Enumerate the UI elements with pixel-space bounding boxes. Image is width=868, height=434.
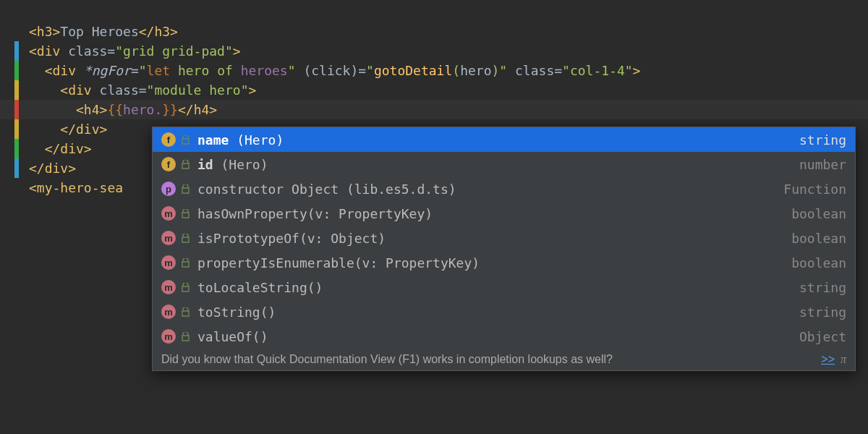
gutter-change-marker: [14, 158, 19, 178]
gutter-change-marker: [14, 80, 19, 100]
completion-item[interactable]: mhasOwnProperty(v: PropertyKey)boolean: [153, 201, 855, 226]
code-line: <div class="grid grid-pad">: [0, 41, 868, 61]
code-text: <my-hero-sea: [29, 180, 123, 195]
code-text: </div>: [29, 141, 92, 156]
code-line: <h3>Top Heroes</h3>: [0, 22, 868, 41]
code-text: <div class="module hero">: [29, 82, 256, 98]
completion-label: constructor Object (lib.es5.d.ts): [197, 182, 456, 197]
lock-icon: [180, 282, 190, 292]
completion-type: Function: [783, 182, 846, 197]
lock-icon: [180, 331, 190, 341]
lock-icon: [180, 159, 190, 169]
code-text: <h3>Top Heroes</h3>: [29, 24, 178, 39]
gutter-change-marker: [14, 41, 19, 61]
code-line: <div class="module hero">: [0, 80, 868, 100]
completion-type: boolean: [791, 255, 846, 271]
completion-label: isPrototypeOf(v: Object): [197, 231, 386, 246]
completion-type: boolean: [791, 231, 846, 246]
gutter-change-marker: [14, 61, 19, 80]
method-badge-icon: m: [161, 305, 176, 319]
completion-item[interactable]: fname (Hero)string: [153, 127, 855, 152]
completion-label: toLocaleString(): [197, 280, 323, 295]
completion-type: string: [799, 280, 846, 295]
gutter-change-marker: [14, 119, 19, 139]
completion-label: toString(): [197, 305, 276, 320]
completion-item[interactable]: misPrototypeOf(v: Object)boolean: [153, 226, 855, 250]
completion-item[interactable]: mtoLocaleString()string: [153, 275, 855, 299]
completion-item[interactable]: fid (Hero)number: [153, 152, 855, 176]
code-line: <div *ngFor="let hero of heroes" (click)…: [0, 61, 868, 80]
code-text: <h4>{{hero.}}</h4>: [29, 102, 217, 117]
code-text: </div>: [29, 161, 76, 176]
field-badge-icon: f: [161, 132, 176, 147]
completion-type: boolean: [791, 206, 846, 221]
code-text: <div *ngFor="let hero of heroes" (click)…: [29, 63, 640, 78]
lock-icon: [180, 184, 190, 194]
gutter-change-marker: [14, 139, 19, 158]
completion-item[interactable]: mpropertyIsEnumerable(v: PropertyKey)boo…: [153, 250, 855, 275]
lock-icon: [180, 135, 190, 145]
completion-label: valueOf(): [197, 329, 268, 344]
method-badge-icon: m: [161, 231, 176, 245]
completion-item[interactable]: mtoString()string: [153, 299, 855, 324]
completion-popup: fname (Hero)stringfid (Hero)numberpconst…: [152, 127, 856, 371]
code-line-active: <h4>{{hero.}}</h4>: [0, 100, 868, 119]
pi-icon[interactable]: π: [841, 353, 846, 366]
gutter: [14, 22, 19, 41]
method-badge-icon: m: [161, 329, 176, 344]
lock-icon: [180, 258, 190, 268]
gutter: [14, 178, 19, 197]
completion-label: name (Hero): [197, 132, 284, 148]
completion-type: string: [799, 305, 846, 320]
lock-icon: [180, 233, 190, 243]
popup-tip-link[interactable]: >>: [821, 353, 835, 366]
method-badge-icon: m: [161, 255, 176, 270]
completion-label: id (Hero): [197, 157, 268, 172]
code-text: </div>: [29, 122, 107, 137]
completion-item[interactable]: pconstructor Object (lib.es5.d.ts)Functi…: [153, 176, 855, 201]
completion-type: string: [799, 132, 846, 148]
field-badge-icon: f: [161, 157, 176, 171]
lock-icon: [180, 307, 190, 317]
property-badge-icon: p: [161, 182, 176, 196]
method-badge-icon: m: [161, 280, 176, 294]
method-badge-icon: m: [161, 206, 176, 221]
popup-tip-text: Did you know that Quick Documentation Vi…: [161, 353, 613, 366]
gutter-change-marker: [14, 100, 19, 119]
code-text: <div class="grid grid-pad">: [29, 43, 241, 59]
completion-label: propertyIsEnumerable(v: PropertyKey): [197, 255, 480, 271]
completion-label: hasOwnProperty(v: PropertyKey): [197, 206, 433, 221]
popup-footer: Did you know that Quick Documentation Vi…: [153, 349, 855, 370]
completion-type: Object: [799, 329, 846, 344]
completion-item[interactable]: mvalueOf()Object: [153, 324, 855, 349]
completion-type: number: [799, 157, 846, 172]
lock-icon: [180, 208, 190, 218]
